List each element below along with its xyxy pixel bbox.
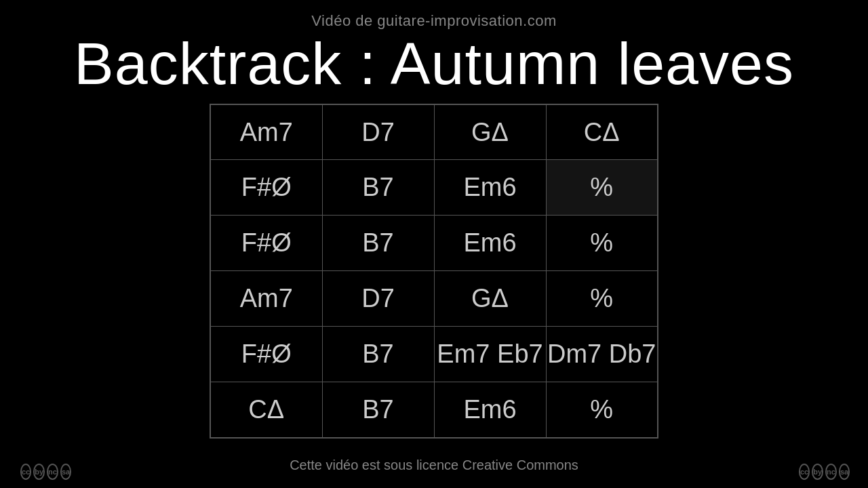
nc-icon: nc (47, 464, 58, 480)
chord-cell: GΔ (434, 271, 546, 327)
cc-icon: cc (20, 464, 31, 480)
page-title: Backtrack : Autumn leaves (74, 31, 794, 97)
chord-cell: Em7 Eb7 (434, 327, 546, 382)
by-icon: by (33, 464, 45, 480)
chord-cell: Em6 (434, 216, 546, 271)
chord-cell: Am7 (210, 104, 322, 160)
footer-license: Cette vidéo est sous licence Creative Co… (290, 458, 578, 473)
chord-cell: F#Ø (210, 160, 322, 216)
chord-cell: B7 (322, 327, 434, 382)
chord-cell: F#Ø (210, 327, 322, 382)
chord-cell: B7 (322, 160, 434, 216)
chord-cell: D7 (322, 271, 434, 327)
chord-cell: % (546, 271, 658, 327)
chord-progression-table: Am7D7GΔCΔF#ØB7Em6%F#ØB7Em6%Am7D7GΔ%F#ØB7… (210, 104, 658, 439)
chord-cell: B7 (322, 382, 434, 438)
chord-cell: GΔ (434, 104, 546, 160)
sa-icon: sa (60, 464, 71, 480)
chord-cell: B7 (322, 216, 434, 271)
chord-cell: % (546, 216, 658, 271)
chord-cell: CΔ (210, 382, 322, 438)
by-icon-r: by (812, 464, 823, 480)
chord-cell: D7 (322, 104, 434, 160)
cc-icon-r: cc (799, 464, 810, 480)
chord-cell: Em6 (434, 160, 546, 216)
cc-logo-right: cc by nc sa (799, 462, 848, 481)
chord-cell: F#Ø (210, 216, 322, 271)
chord-cell: Am7 (210, 271, 322, 327)
chord-cell: Em6 (434, 382, 546, 438)
chord-cell: % (546, 160, 658, 216)
subtitle: Vidéo de guitare-improvisation.com (311, 12, 556, 30)
chord-cell: % (546, 382, 658, 438)
chord-cell: CΔ (546, 104, 658, 160)
chord-cell: Dm7 Db7 (546, 327, 658, 382)
sa-icon-r: sa (839, 464, 850, 480)
cc-logo-left: cc by nc sa (20, 462, 69, 481)
nc-icon-r: nc (825, 464, 837, 480)
